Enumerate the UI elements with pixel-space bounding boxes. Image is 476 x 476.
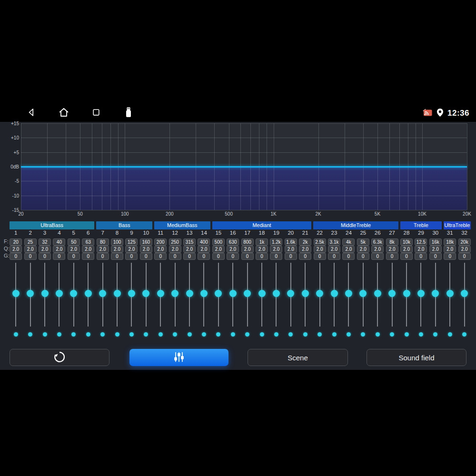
gain-value-cell[interactable]: 0 xyxy=(39,253,51,260)
freq-value-cell[interactable]: 500 xyxy=(212,238,225,246)
recents-button[interactable] xyxy=(90,108,102,119)
gain-value-cell[interactable]: 0 xyxy=(241,253,254,260)
gain-value-cell[interactable]: 0 xyxy=(400,253,413,260)
q-value-cell[interactable]: 2.0 xyxy=(10,246,22,253)
gain-value-cell[interactable]: 0 xyxy=(371,253,384,260)
gain-value-cell[interactable]: 0 xyxy=(125,253,138,260)
freq-value-cell[interactable]: 400 xyxy=(198,238,210,246)
slider-knob[interactable] xyxy=(27,290,34,297)
slider-knob[interactable] xyxy=(99,290,106,297)
scene-button[interactable]: Scene xyxy=(248,349,348,366)
equalizer-button[interactable] xyxy=(129,349,228,366)
gain-value-cell[interactable]: 0 xyxy=(357,253,369,260)
slider-knob[interactable] xyxy=(331,290,338,297)
q-value-cell[interactable]: 2.0 xyxy=(328,246,340,253)
q-value-cell[interactable]: 2.0 xyxy=(97,246,109,253)
freq-value-cell[interactable]: 50 xyxy=(68,238,80,246)
freq-value-cell[interactable]: 200 xyxy=(154,238,167,246)
q-value-cell[interactable]: 2.0 xyxy=(415,246,427,253)
gain-value-cell[interactable]: 0 xyxy=(97,253,109,260)
freq-value-cell[interactable]: 63 xyxy=(82,238,94,246)
gain-value-cell[interactable]: 0 xyxy=(10,253,22,260)
slider-knob[interactable] xyxy=(432,290,439,297)
q-value-cell[interactable]: 2.0 xyxy=(400,246,413,253)
gain-value-cell[interactable]: 0 xyxy=(270,253,282,260)
freq-value-cell[interactable]: 4k xyxy=(342,238,355,246)
gain-value-cell[interactable]: 0 xyxy=(183,253,196,260)
freq-value-cell[interactable]: 3.1k xyxy=(328,238,340,246)
freq-value-cell[interactable]: 18k xyxy=(444,238,456,246)
gain-value-cell[interactable]: 0 xyxy=(24,253,37,260)
freq-value-cell[interactable]: 800 xyxy=(241,238,254,246)
q-value-cell[interactable]: 2.0 xyxy=(140,246,152,253)
gain-value-cell[interactable]: 0 xyxy=(169,253,181,260)
gain-value-cell[interactable]: 0 xyxy=(212,253,225,260)
freq-value-cell[interactable]: 20 xyxy=(10,238,22,246)
freq-value-cell[interactable]: 12.5 xyxy=(415,238,427,246)
gain-value-cell[interactable]: 0 xyxy=(429,253,442,260)
freq-value-cell[interactable]: 1k xyxy=(256,238,268,246)
q-value-cell[interactable]: 2.0 xyxy=(429,246,442,253)
slider-knob[interactable] xyxy=(388,290,396,297)
q-value-cell[interactable]: 2.0 xyxy=(314,246,326,253)
freq-value-cell[interactable]: 1.2k xyxy=(270,238,282,246)
gain-value-cell[interactable]: 0 xyxy=(227,253,239,260)
gain-value-cell[interactable]: 0 xyxy=(458,253,471,260)
q-value-cell[interactable]: 2.0 xyxy=(169,246,181,253)
gain-value-cell[interactable]: 0 xyxy=(256,253,268,260)
q-value-cell[interactable]: 2.0 xyxy=(154,246,167,253)
q-value-cell[interactable]: 2.0 xyxy=(68,246,80,253)
freq-value-cell[interactable]: 6.3k xyxy=(371,238,384,246)
slider-knob[interactable] xyxy=(461,290,468,297)
slider-knob[interactable] xyxy=(359,290,367,297)
slider-knob[interactable] xyxy=(302,290,309,297)
slider-knob[interactable] xyxy=(186,290,193,297)
q-value-cell[interactable]: 2.0 xyxy=(357,246,369,253)
q-value-cell[interactable]: 2.0 xyxy=(183,246,196,253)
slider-knob[interactable] xyxy=(229,290,237,297)
q-value-cell[interactable]: 2.0 xyxy=(24,246,37,253)
freq-value-cell[interactable]: 25 xyxy=(24,238,37,246)
slider-knob[interactable] xyxy=(374,290,381,297)
slider-knob[interactable] xyxy=(287,290,294,297)
q-value-cell[interactable]: 2.0 xyxy=(256,246,268,253)
freq-value-cell[interactable]: 630 xyxy=(227,238,239,246)
reset-button[interactable] xyxy=(10,349,109,366)
q-value-cell[interactable]: 2.0 xyxy=(270,246,282,253)
q-value-cell[interactable]: 2.0 xyxy=(241,246,254,253)
gain-value-cell[interactable]: 0 xyxy=(53,253,65,260)
freq-value-cell[interactable]: 5k xyxy=(357,238,369,246)
freq-value-cell[interactable]: 32 xyxy=(39,238,51,246)
freq-value-cell[interactable]: 2k xyxy=(299,238,311,246)
gain-value-cell[interactable]: 0 xyxy=(82,253,94,260)
slider-knob[interactable] xyxy=(70,290,77,297)
gain-value-cell[interactable]: 0 xyxy=(285,253,297,260)
slider-knob[interactable] xyxy=(114,290,121,297)
freq-value-cell[interactable]: 8k xyxy=(386,238,398,246)
slider-knob[interactable] xyxy=(446,290,454,297)
freq-value-cell[interactable]: 10k xyxy=(400,238,413,246)
freq-value-cell[interactable]: 1.6k xyxy=(285,238,297,246)
slider-knob[interactable] xyxy=(345,290,352,297)
slider-knob[interactable] xyxy=(142,290,149,297)
q-value-cell[interactable]: 2.0 xyxy=(111,246,123,253)
freq-value-cell[interactable]: 20k xyxy=(458,238,471,246)
slider-knob[interactable] xyxy=(157,290,164,297)
slider-knob[interactable] xyxy=(41,290,49,297)
home-button[interactable] xyxy=(58,108,69,119)
freq-value-cell[interactable]: 80 xyxy=(97,238,109,246)
slider-knob[interactable] xyxy=(244,290,251,297)
gain-value-cell[interactable]: 0 xyxy=(342,253,355,260)
gain-value-cell[interactable]: 0 xyxy=(140,253,152,260)
q-value-cell[interactable]: 2.0 xyxy=(39,246,51,253)
slider-knob[interactable] xyxy=(56,290,63,297)
slider-knob[interactable] xyxy=(171,290,178,297)
slider-knob[interactable] xyxy=(273,290,280,297)
q-value-cell[interactable]: 2.0 xyxy=(342,246,355,253)
q-value-cell[interactable]: 2.0 xyxy=(458,246,471,253)
gain-value-cell[interactable]: 0 xyxy=(299,253,311,260)
freq-value-cell[interactable]: 250 xyxy=(169,238,181,246)
freq-value-cell[interactable]: 40 xyxy=(53,238,65,246)
slider-knob[interactable] xyxy=(215,290,222,297)
q-value-cell[interactable]: 2.0 xyxy=(82,246,94,253)
